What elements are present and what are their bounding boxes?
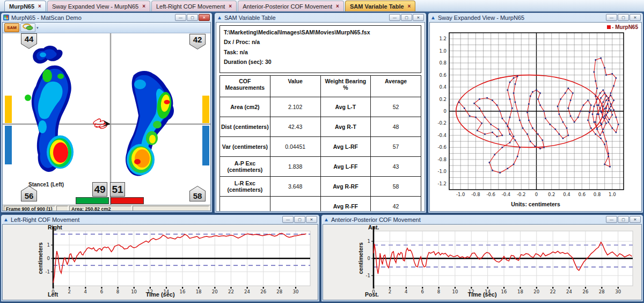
task: Task: n/a <box>224 47 417 57</box>
svg-text:0: 0 <box>368 256 370 261</box>
close-button[interactable]: ✕ <box>413 14 424 21</box>
lr-chart-area: 10-1024681012141618202224262830 Right Le… <box>3 225 318 300</box>
table-cell: Var (centimeters) <box>220 136 270 156</box>
units-label: Units: centimeters <box>430 201 641 207</box>
marker-center-left: 49 <box>92 182 107 197</box>
close-button[interactable]: ✕ <box>630 14 641 21</box>
svg-text:-0.6: -0.6 <box>486 192 495 197</box>
sam-logo-icon: ▲ <box>430 15 436 20</box>
svg-text:-0.8: -0.8 <box>437 157 447 162</box>
tab-label: Sway Expanded View - MurpN65 <box>52 3 138 10</box>
svg-text:-0.2: -0.2 <box>517 192 526 197</box>
lr-chart: 10-1024681012141618202224262830 <box>3 225 318 300</box>
close-button[interactable]: ✕ <box>306 216 317 223</box>
column-header: Average <box>371 75 421 97</box>
svg-text:1.2: 1.2 <box>439 36 447 41</box>
column-header: Value <box>270 75 320 97</box>
matscan-titlebar[interactable]: MurpN65 - MatScan Demo — ▢ ✕ <box>1 13 212 22</box>
svg-text:1.0: 1.0 <box>439 48 447 54</box>
tab-anterior-posterior-cof-movement[interactable]: Anterior-Posterior COF Movement× <box>238 1 344 11</box>
minimize-button[interactable]: — <box>282 216 294 223</box>
tab-close-icon[interactable]: × <box>142 3 145 9</box>
tab-bar: MurpN65×Sway Expanded View - MurpN65×Lef… <box>0 0 644 12</box>
variable-table-titlebar[interactable]: ▲ SAM Variable Table — ▢ ✕ <box>215 13 426 22</box>
maximize-button[interactable]: ▢ <box>618 216 629 223</box>
table-cell: Area (cm2) <box>220 97 270 117</box>
table-cell: Avg L-FF <box>320 156 371 176</box>
table-row: L-R Exc (centimeters)3.648Avg R-RF58 <box>220 176 421 196</box>
tab-sway-expanded-view-murpn65[interactable]: Sway Expanded View - MurpN65× <box>47 1 150 11</box>
frame-status: Frame 900 of 900 (1) <box>4 206 55 212</box>
sway-plot-area: - MurpN65 -1.0-0.8-0.6-0.4-0.200.20.40.6… <box>430 23 641 211</box>
svg-text:0.8: 0.8 <box>439 60 447 66</box>
toolbar-overflow-icon[interactable]: ▾ <box>36 26 41 30</box>
svg-text:0: 0 <box>444 109 447 114</box>
status-spacer <box>56 206 68 212</box>
svg-text:-1: -1 <box>46 269 50 275</box>
svg-text:-1.0: -1.0 <box>437 169 447 174</box>
table-cell: Dist (centimeters) <box>220 117 270 136</box>
tab-murpn65[interactable]: MurpN65× <box>4 1 46 11</box>
left-weight-bars <box>5 96 12 164</box>
maximize-button[interactable]: ▢ <box>618 14 629 21</box>
svg-text:0: 0 <box>535 192 538 197</box>
cof-measurements-table: COF MeasurementsValueWeight Bearing %Ave… <box>219 75 421 212</box>
svg-text:0.2: 0.2 <box>548 192 555 197</box>
tab-label: MurpN65 <box>9 3 34 10</box>
tab-close-icon[interactable]: × <box>38 3 41 9</box>
ap-cof-titlebar[interactable]: ▲ Anterior-Posterior COF Movement — ▢ ✕ <box>321 215 643 224</box>
minimize-button[interactable]: — <box>389 14 400 21</box>
maximize-button[interactable]: ▢ <box>187 14 198 21</box>
movie-tool-icon <box>22 24 34 31</box>
tab-label: Anterior-Posterior COF Movement <box>243 3 332 10</box>
table-cell: 52 <box>371 97 421 117</box>
matscan-window-title: MurpN65 - MatScan Demo <box>11 15 82 21</box>
close-button[interactable]: ✕ <box>199 14 210 21</box>
minimize-button[interactable]: — <box>175 14 186 21</box>
sway-title: Sway Expanded View - MurpN65 <box>438 15 524 21</box>
table-cell: 57 <box>371 136 421 156</box>
table-cell <box>270 196 320 212</box>
maximize-button[interactable]: ▢ <box>401 14 412 21</box>
table-cell: Avg L-RF <box>320 136 371 156</box>
lr-cof-titlebar[interactable]: ▲ Left-Right COF Movement — ▢ ✕ <box>1 215 319 224</box>
svg-text:0.6: 0.6 <box>579 192 586 197</box>
movie-tool-button[interactable] <box>20 23 35 32</box>
tab-sam-variable-table[interactable]: SAM Variable Table× <box>345 1 416 11</box>
svg-text:0.2: 0.2 <box>439 97 447 102</box>
table-row: Var (centimeters)0.04451Avg L-RF57 <box>220 136 421 156</box>
tab-close-icon[interactable]: × <box>336 3 339 9</box>
svg-text:1: 1 <box>368 239 370 244</box>
right-weight-bars <box>202 96 209 165</box>
axis-top-label: Right <box>48 224 62 230</box>
svg-text:-1.2: -1.2 <box>437 181 447 186</box>
svg-text:0.4: 0.4 <box>563 192 570 197</box>
svg-text:1.0: 1.0 <box>609 192 616 197</box>
table-cell: 1.838 <box>270 156 320 176</box>
x-axis-label: Time (sec) <box>323 291 641 298</box>
tab-close-icon[interactable]: × <box>408 3 411 9</box>
maximize-button[interactable]: ▢ <box>294 216 305 223</box>
tab-close-icon[interactable]: × <box>229 3 232 9</box>
sway-legend: - MurpN65 <box>607 24 638 30</box>
svg-text:-1.0: -1.0 <box>456 192 465 197</box>
minimize-button[interactable]: — <box>606 216 617 223</box>
pressure-canvas[interactable]: 44 42 56 58 49 51 Stance1 (Left) <box>3 33 211 205</box>
sam-button[interactable]: SAM <box>4 23 19 32</box>
svg-text:0.4: 0.4 <box>439 84 447 90</box>
table-cell <box>220 196 270 212</box>
close-button[interactable]: ✕ <box>630 216 641 223</box>
tab-left-right-cof-movement[interactable]: Left-Right COF Movement× <box>151 1 237 11</box>
lr-cof-title: Left-Right COF Movement <box>11 217 79 223</box>
table-row: A-P Exc (centimeters)1.838Avg L-FF43 <box>220 156 421 176</box>
right-weight-bar <box>111 197 144 204</box>
table-cell: 0.04451 <box>270 136 320 156</box>
y-axis-label: centimeters <box>357 231 364 286</box>
lr-cof-window: ▲ Left-Right COF Movement — ▢ ✕ 10-10246… <box>1 214 320 302</box>
matscan-window: MurpN65 - MatScan Demo — ▢ ✕ SAM ▾ <box>1 12 213 213</box>
table-cell: L-R Exc (centimeters) <box>220 176 270 196</box>
pressure-map <box>3 33 211 205</box>
sway-titlebar[interactable]: ▲ Sway Expanded View - MurpN65 — ▢ ✕ <box>428 13 643 22</box>
minimize-button[interactable]: — <box>606 14 617 21</box>
y-axis-label: centimeters <box>37 231 44 286</box>
